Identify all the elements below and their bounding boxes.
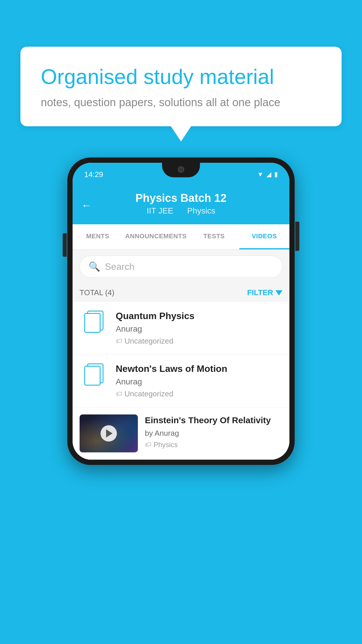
tag-label: Uncategorized xyxy=(124,337,173,346)
video-title: Einstein's Theory Of Relativity xyxy=(145,414,282,426)
camera xyxy=(178,166,184,173)
video-tag: 🏷 Uncategorized xyxy=(116,389,282,398)
video-title: Quantum Physics xyxy=(116,311,282,321)
back-button[interactable]: ← xyxy=(81,199,92,211)
header-tag1: IIT JEE xyxy=(147,206,173,215)
wifi-icon: ▼ xyxy=(257,171,263,178)
total-count: TOTAL (4) xyxy=(80,288,114,297)
search-container: 🔍 Search xyxy=(73,250,289,284)
header-title: Physics Batch 12 xyxy=(81,192,281,204)
file-icon xyxy=(84,363,104,387)
tab-tests[interactable]: TESTS xyxy=(189,224,239,249)
tag-icon: 🏷 xyxy=(116,390,122,398)
tab-videos[interactable]: VIDEOS xyxy=(239,224,289,249)
filter-button[interactable]: FILTER xyxy=(247,288,282,297)
file-icon xyxy=(84,311,104,335)
search-bar[interactable]: 🔍 Search xyxy=(80,256,282,278)
phone-screen: 14:29 ▼ ◢ ▮ ← Physics Batch 12 IIT JEE P… xyxy=(73,163,289,460)
status-time: 14:29 xyxy=(84,170,103,179)
search-icon: 🔍 xyxy=(89,261,100,272)
tabs-bar: MENTS ANNOUNCEMENTS TESTS VIDEOS xyxy=(73,224,289,250)
status-bar: 14:29 ▼ ◢ ▮ xyxy=(73,163,289,186)
list-item[interactable]: Einstein's Theory Of Relativity by Anura… xyxy=(73,407,289,460)
video-author: Anurag xyxy=(116,377,282,386)
header-subtitle: IIT JEE Physics xyxy=(81,206,281,216)
video-tag: 🏷 Uncategorized xyxy=(116,337,282,346)
status-icons: ▼ ◢ ▮ xyxy=(257,171,278,178)
tag-label: Uncategorized xyxy=(124,389,173,398)
file-icon-wrap xyxy=(80,311,109,335)
videos-list: Quantum Physics Anurag 🏷 Uncategorized xyxy=(73,302,289,460)
video-thumbnail xyxy=(80,414,138,452)
signal-icon: ◢ xyxy=(266,171,271,178)
list-item[interactable]: Quantum Physics Anurag 🏷 Uncategorized xyxy=(73,302,289,355)
filter-label: FILTER xyxy=(247,288,273,297)
tag-icon: 🏷 xyxy=(145,441,151,449)
file-icon-wrap xyxy=(80,363,109,387)
video-info: Quantum Physics Anurag 🏷 Uncategorized xyxy=(116,311,282,346)
play-icon xyxy=(106,429,113,438)
tab-ments[interactable]: MENTS xyxy=(73,224,123,249)
speech-bubble-container: Organised study material notes, question… xyxy=(20,47,342,126)
app-header: ← Physics Batch 12 IIT JEE Physics xyxy=(73,186,289,224)
header-tag2: Physics xyxy=(187,206,215,215)
video-info: Newton's Laws of Motion Anurag 🏷 Uncateg… xyxy=(116,363,282,398)
list-item[interactable]: Newton's Laws of Motion Anurag 🏷 Uncateg… xyxy=(73,355,289,407)
filter-row: TOTAL (4) FILTER xyxy=(73,284,289,302)
tag-label: Physics xyxy=(154,441,178,449)
search-placeholder: Search xyxy=(105,261,134,272)
video-title: Newton's Laws of Motion xyxy=(116,363,282,374)
phone-wrapper: 14:29 ▼ ◢ ▮ ← Physics Batch 12 IIT JEE P… xyxy=(67,158,295,465)
speech-bubble-title: Organised study material xyxy=(41,64,321,89)
speech-bubble: Organised study material notes, question… xyxy=(20,47,342,126)
battery-icon: ▮ xyxy=(274,171,278,178)
phone-outer: 14:29 ▼ ◢ ▮ ← Physics Batch 12 IIT JEE P… xyxy=(67,158,295,465)
notch xyxy=(162,163,200,177)
video-tag: 🏷 Physics xyxy=(145,441,282,449)
tab-announcements[interactable]: ANNOUNCEMENTS xyxy=(123,224,189,249)
speech-bubble-subtitle: notes, question papers, solutions all at… xyxy=(41,96,321,109)
filter-icon xyxy=(275,290,282,295)
video-author: by Anurag xyxy=(145,429,282,438)
video-info: Einstein's Theory Of Relativity by Anura… xyxy=(145,414,282,449)
play-button[interactable] xyxy=(101,425,117,442)
tag-icon: 🏷 xyxy=(116,337,122,345)
video-author: Anurag xyxy=(116,324,282,334)
